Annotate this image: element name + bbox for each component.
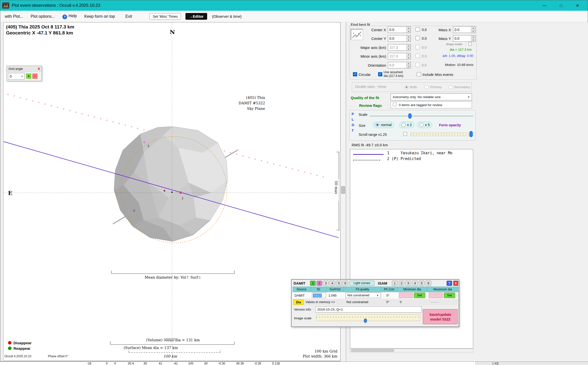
center-x-spinner[interactable]: 0.0▲▼ xyxy=(388,26,411,33)
center-x-checkbox[interactable] xyxy=(416,27,420,31)
damit-help-button[interactable]: ? xyxy=(446,281,452,286)
light-curves-button[interactable]: Light curves xyxy=(349,281,374,286)
quality-of-fit-select[interactable]: Astrometry only. No reliable size ▼ xyxy=(391,93,472,100)
spinner-arrows-icon[interactable]: ▲▼ xyxy=(471,27,475,33)
screen: Plot event observations : Occult v.4.202… xyxy=(0,0,588,365)
center-y-label: Center Y xyxy=(361,36,386,41)
review-flags-text: 0 items are tagged for review xyxy=(399,103,442,107)
size-normal-option[interactable]: normal xyxy=(373,122,394,128)
major-axis-spinner[interactable]: 117.3▲▼ xyxy=(388,44,411,51)
spinner-arrows-icon[interactable]: ▲▼ xyxy=(406,44,411,50)
menu-keep-on-top[interactable]: Keep form on top xyxy=(84,14,115,19)
menu-plot-options[interactable]: Plot options... xyxy=(31,14,55,19)
motion-readout: Motion: 10.89 km/s xyxy=(445,63,473,67)
mas-scale-label: 50 mas xyxy=(334,181,338,194)
grid-angle-minus-button[interactable]: - xyxy=(32,74,37,79)
chevron-down-icon: ▼ xyxy=(466,96,470,98)
scrollbar-thumb[interactable] xyxy=(351,349,394,352)
plot-horizontal-scrollbar[interactable] xyxy=(164,338,177,340)
secondary-radio[interactable] xyxy=(448,85,452,89)
spinner-arrows-icon[interactable]: ▲▼ xyxy=(471,35,475,41)
isam-button-4[interactable]: 4 xyxy=(412,281,418,286)
shape-model-checkbox[interactable] xyxy=(468,42,472,45)
dia-button[interactable]: Dia xyxy=(294,300,303,305)
maximize-button[interactable]: □ xyxy=(553,0,569,11)
observations-list-scrollbar[interactable] xyxy=(350,349,473,353)
version-info-input[interactable]: 2019-10-23, Q=1 xyxy=(315,306,422,313)
center-y-spinner[interactable]: 0.0▲▼ xyxy=(388,35,411,42)
clipped-value: 30 xyxy=(204,362,208,365)
clipped-value: 41 xyxy=(159,362,162,365)
editor-button[interactable]: →Editor xyxy=(185,13,207,20)
scroll-range-checkbox[interactable] xyxy=(403,132,407,136)
damit-model-button-5[interactable]: 5 xyxy=(336,281,342,286)
menu-with-plot[interactable]: with Plot... xyxy=(5,14,23,19)
review-flags-checkbox[interactable] xyxy=(393,103,397,106)
close-button[interactable]: ✕ xyxy=(569,0,586,11)
fit-quality-select[interactable]: Not constrained ▼ xyxy=(345,293,381,298)
save-button-line2: model 5322 xyxy=(423,317,457,322)
mass-x-spinner[interactable]: 0.0▲▼ xyxy=(453,26,475,33)
isam-button-1[interactable]: 1 xyxy=(392,281,398,286)
image-scale-slider-track[interactable] xyxy=(316,314,420,321)
damit-close-button[interactable]: X xyxy=(453,281,458,286)
circular-checkbox[interactable] xyxy=(353,72,357,76)
include-miss-checkbox[interactable] xyxy=(417,72,421,76)
chevron-down-icon: ▾ xyxy=(21,75,23,78)
damit-model-button-1[interactable]: 1 xyxy=(310,281,316,286)
opacity-slider-track[interactable] xyxy=(411,133,473,136)
damit-model-button-6[interactable]: 6 xyxy=(342,281,348,286)
opacity-slider-thumb[interactable] xyxy=(469,131,473,137)
window-title: Plot event observations : Occult v.4.202… xyxy=(12,3,100,8)
damit-model-button-3[interactable]: 3 xyxy=(323,281,329,286)
spinner-arrows-icon[interactable]: ▲▼ xyxy=(406,62,411,68)
max-dia-set-button[interactable]: Set xyxy=(444,293,455,298)
observation-name: Predicted xyxy=(401,157,421,161)
scale-slider-track[interactable] xyxy=(370,116,473,117)
size-normal-label: normal xyxy=(381,123,392,127)
orientation-spinner[interactable]: 0.0▲▼ xyxy=(388,62,411,68)
plot-canvas[interactable]: ✳ 2 1 s (405) Thia 2025 Oct 8 117.3 km G… xyxy=(3,22,340,361)
minor-axis-checkbox[interactable] xyxy=(416,54,420,58)
menu-exit[interactable]: Exit xyxy=(125,14,132,19)
isam-button-6[interactable]: 6 xyxy=(426,281,431,286)
save-update-model-button[interactable]: Save/update model 5322 xyxy=(423,309,458,324)
major-axis-checkbox[interactable] xyxy=(416,45,420,49)
spinner-arrows-icon[interactable]: ▲▼ xyxy=(406,35,411,41)
isam-button-3[interactable]: 3 xyxy=(405,281,411,286)
grid-angle-select[interactable]: 0 ▾ xyxy=(8,73,24,80)
grid-angle-plus-button[interactable]: + xyxy=(26,74,31,79)
plot-letter-l: L xyxy=(352,118,354,121)
min-dia-input[interactable] xyxy=(399,293,413,298)
minimize-button[interactable]: — xyxy=(536,0,553,11)
size-x5-option[interactable]: x 5 xyxy=(417,122,432,128)
mass-y-spinner[interactable]: 0.0▲▼ xyxy=(453,35,475,42)
col-surfvol: Surf/Vol xyxy=(326,287,344,292)
isam-button-5[interactable]: 5 xyxy=(419,281,425,286)
use-assumed-checkbox[interactable] xyxy=(378,72,382,76)
center-y-checkbox[interactable] xyxy=(416,36,420,40)
model-id-input[interactable]: 5322 xyxy=(312,293,326,298)
set-miss-times-button[interactable]: Set 'Miss' Times xyxy=(149,13,181,20)
clipped-value: -18 xyxy=(87,362,91,365)
scale-slider-thumb[interactable] xyxy=(408,113,412,119)
plot-letter-p: P xyxy=(352,112,354,116)
menu-help[interactable]: ?Help xyxy=(62,14,77,19)
damit-model-button-4[interactable]: 4 xyxy=(329,281,335,286)
titlebar: Plot event observations : Occult v.4.202… xyxy=(0,0,588,11)
spinner-arrows-icon[interactable]: ▲▼ xyxy=(406,53,411,59)
size-x2-option[interactable]: x 2 xyxy=(399,122,414,128)
image-scale-slider-thumb[interactable] xyxy=(364,319,367,323)
damit-model-button-2[interactable]: 2 xyxy=(316,281,322,286)
spinner-arrows-icon[interactable]: ▲▼ xyxy=(406,27,411,33)
primary-radio[interactable] xyxy=(425,85,429,89)
min-dia-set-button[interactable]: Set xyxy=(414,293,425,298)
orientation-checkbox[interactable] xyxy=(416,63,420,67)
plot-letter-o: O xyxy=(352,123,354,127)
grid-angle-close-icon[interactable]: X xyxy=(38,67,40,71)
isam-button-2[interactable]: 2 xyxy=(399,281,404,286)
max-dia-input[interactable] xyxy=(429,293,443,298)
both-radio[interactable] xyxy=(405,85,409,89)
scrollbar-thumb[interactable] xyxy=(341,186,345,194)
minor-axis-spinner[interactable]: 117.3▲▼ xyxy=(388,53,411,59)
